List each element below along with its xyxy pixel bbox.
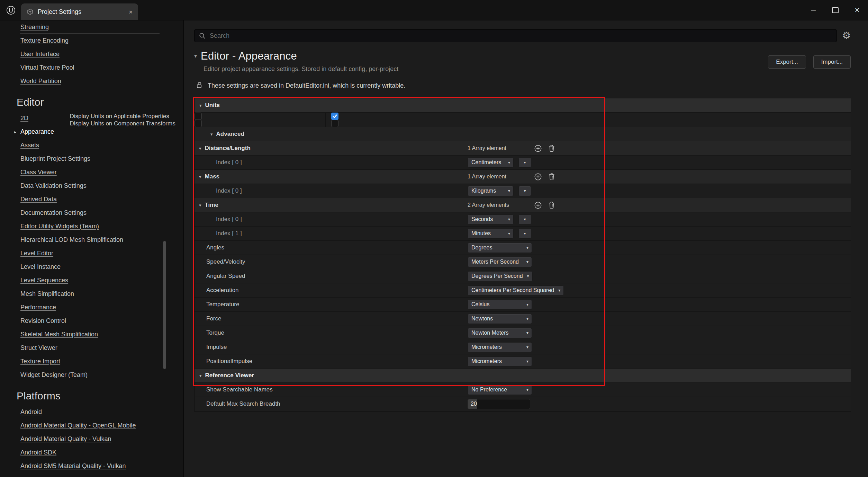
minimize-button[interactable]: –	[803, 0, 824, 20]
delete-array-elements-icon[interactable]	[547, 144, 556, 153]
sidebar-item-data-validation-settings[interactable]: Data Validation Settings	[20, 179, 183, 193]
sidebar-scrollbar-thumb[interactable]	[163, 241, 166, 369]
search-input[interactable]	[209, 32, 832, 40]
element-options-dropdown[interactable]: ▾	[518, 214, 531, 224]
dropdown-centimeters-per-second-squared[interactable]: Centimeters Per Second Squared▾	[468, 285, 564, 295]
sidebar-item-virtual-texture-pool[interactable]: Virtual Texture Pool	[20, 61, 183, 74]
chevron-down-icon: ▾	[508, 231, 510, 236]
setting-value-cell: Micrometers▾	[462, 340, 851, 354]
sidebar-item-label: Mesh Simplification	[20, 290, 74, 298]
collapse-arrow-icon[interactable]: ▾	[199, 103, 202, 108]
maximize-button[interactable]	[824, 0, 846, 20]
sidebar-item-level-editor[interactable]: Level Editor	[20, 247, 183, 260]
collapse-arrow-icon[interactable]: ▾	[199, 175, 201, 179]
sidebar-item-documentation-settings[interactable]: Documentation Settings	[20, 206, 183, 220]
sidebar-item-level-sequences[interactable]: Level Sequences	[20, 274, 183, 287]
chevron-down-icon: ▾	[526, 260, 528, 264]
delete-array-elements-icon[interactable]	[547, 201, 556, 210]
element-options-dropdown[interactable]: ▾	[518, 158, 531, 168]
dropdown-no-preference[interactable]: No Preference▾	[468, 385, 532, 395]
setting-label: Angles	[206, 244, 224, 251]
sidebar-item-android[interactable]: Android	[20, 405, 183, 419]
sidebar-item-performance[interactable]: Performance	[20, 301, 183, 314]
sidebar-item-label: Assets	[20, 142, 39, 149]
dropdown-value: Degrees	[471, 245, 492, 251]
tab-project-settings[interactable]: Project Settings ×	[21, 3, 138, 20]
sidebar-item-hierarchical-lod-mesh-simplification[interactable]: Hierarchical LOD Mesh Simplification	[20, 233, 183, 247]
sidebar-item-editor-utility-widgets-team[interactable]: Editor Utility Widgets (Team)	[20, 220, 183, 233]
sidebar-item-struct-viewer[interactable]: Struct Viewer	[20, 341, 183, 355]
dropdown-degrees-per-second[interactable]: Degrees Per Second▾	[468, 271, 533, 281]
delete-array-elements-icon[interactable]	[547, 172, 556, 181]
sidebar-item-mesh-simplification[interactable]: Mesh Simplification	[20, 287, 183, 301]
dropdown-micrometers[interactable]: Micrometers▾	[468, 342, 532, 352]
dropdown-newtons[interactable]: Newtons▾	[468, 314, 532, 324]
sidebar-item-skeletal-mesh-simplification[interactable]: Skeletal Mesh Simplification	[20, 328, 183, 341]
view-options-gear-icon[interactable]: ⚙	[842, 31, 851, 41]
dropdown-centimeters[interactable]: Centimeters▾	[468, 158, 514, 168]
array-count-label: 2 Array elements	[468, 202, 528, 208]
export-button[interactable]: Export...	[768, 55, 806, 69]
sidebar-item-texture-encoding[interactable]: Texture Encoding	[20, 34, 183, 47]
collapse-arrow-icon[interactable]: ▾	[210, 132, 213, 136]
sidebar-item-world-partition[interactable]: World Partition	[20, 74, 183, 88]
sidebar-item-level-instance[interactable]: Level Instance	[20, 260, 183, 274]
sidebar-item-appearance[interactable]: ▸Appearance	[20, 125, 183, 139]
element-options-dropdown[interactable]: ▾	[518, 229, 531, 239]
tab-close-icon[interactable]: ×	[129, 9, 133, 15]
sidebar-item-label: Texture Import	[20, 358, 60, 365]
add-array-element-icon[interactable]	[533, 144, 542, 153]
setting-label-cell: Show Searchable Names	[195, 383, 462, 397]
sidebar-item-label: Performance	[20, 304, 56, 311]
dropdown-degrees[interactable]: Degrees▾	[468, 243, 532, 253]
sidebar-item-revision-control[interactable]: Revision Control	[20, 314, 183, 328]
number-input-default-max-search-breadth[interactable]: 20	[468, 399, 530, 409]
search-row: ⚙	[194, 29, 851, 42]
sidebar-item-label: Level Instance	[20, 263, 61, 271]
dropdown-kilograms[interactable]: Kilograms▾	[468, 186, 514, 196]
setting-label-cell: Angles	[195, 241, 462, 255]
sidebar-item-derived-data[interactable]: Derived Data	[20, 193, 183, 206]
setting-label-cell: PositionalImpulse	[195, 354, 462, 368]
setting-label: Acceleration	[206, 287, 239, 294]
page-title: Editor - Appearance	[201, 50, 297, 62]
sidebar-item-streaming[interactable]: Streaming	[20, 20, 183, 34]
sidebar-item-widget-designer-team[interactable]: Widget Designer (Team)	[20, 368, 183, 382]
sidebar-item-label: Struct Viewer	[20, 344, 57, 352]
sidebar-item-android-material-quality-opengl-mobile[interactable]: Android Material Quality - OpenGL Mobile	[20, 419, 183, 432]
close-button[interactable]: ×	[846, 0, 868, 20]
add-array-element-icon[interactable]	[533, 201, 542, 210]
chevron-down-icon: ▾	[526, 345, 528, 349]
sidebar-item-class-viewer[interactable]: Class Viewer	[20, 166, 183, 179]
add-array-element-icon[interactable]	[533, 172, 542, 181]
checkbox-display-units-on-applicable-properties[interactable]	[331, 113, 338, 120]
sidebar-item-android-sm5-material-quality-vulkan[interactable]: Android SM5 Material Quality - Vulkan	[20, 459, 183, 473]
sidebar-item-texture-import[interactable]: Texture Import	[20, 355, 183, 368]
dropdown-minutes[interactable]: Minutes▾	[468, 229, 514, 239]
dropdown-meters-per-second[interactable]: Meters Per Second▾	[468, 257, 532, 267]
collapse-arrow-icon[interactable]: ▾	[199, 373, 202, 378]
settings-row-index-0: Index [ 0 ]Centimeters▾▾	[195, 156, 851, 170]
collapse-arrow-icon[interactable]: ▾	[199, 203, 201, 207]
settings-row-display-units-on-component-transforms: Display Units on Component Transforms	[195, 120, 202, 127]
collapse-arrow-icon[interactable]: ▾	[194, 53, 197, 59]
collapse-arrow-icon[interactable]: ▾	[199, 146, 201, 151]
unreal-engine-logo-icon[interactable]	[6, 6, 16, 15]
dropdown-seconds[interactable]: Seconds▾	[468, 214, 514, 224]
dropdown-celsius[interactable]: Celsius▾	[468, 300, 532, 310]
dropdown-value: Newton Meters	[471, 330, 509, 336]
sidebar-item-blueprint-project-settings[interactable]: Blueprint Project Settings	[20, 152, 183, 166]
sidebar-item-user-interface[interactable]: User Interface	[20, 47, 183, 61]
sidebar-item-android-sdk[interactable]: Android SDK	[20, 446, 183, 459]
search-box[interactable]	[194, 29, 837, 42]
checkbox-display-units-on-component-transforms[interactable]	[331, 120, 338, 127]
element-options-dropdown[interactable]: ▾	[518, 186, 531, 196]
setting-label: PositionalImpulse	[206, 358, 252, 365]
sidebar-item-android-material-quality-vulkan[interactable]: Android Material Quality - Vulkan	[20, 432, 183, 446]
import-button[interactable]: Import...	[813, 55, 851, 69]
setting-label-cell: Index [ 0 ]	[195, 184, 462, 198]
sidebar-item-assets[interactable]: Assets	[20, 139, 183, 152]
dropdown-newton-meters[interactable]: Newton Meters▾	[468, 328, 532, 338]
setting-label: Display Units on Component Transforms	[70, 120, 175, 127]
dropdown-micrometers[interactable]: Micrometers▾	[468, 356, 532, 366]
